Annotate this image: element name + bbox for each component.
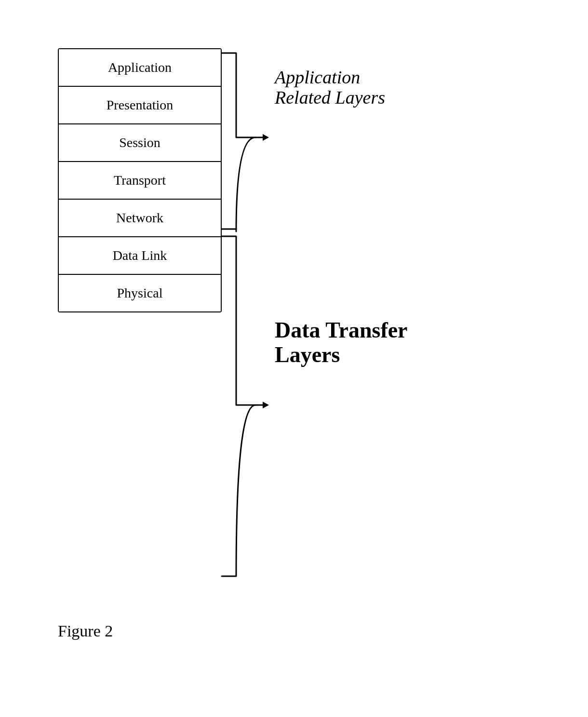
osi-stack: Application Presentation Session Transpo… bbox=[58, 48, 222, 312]
brackets-svg bbox=[217, 48, 275, 583]
figure-caption: Figure 2 bbox=[58, 622, 113, 640]
layer-transport: Transport bbox=[59, 162, 221, 200]
layer-application: Application bbox=[59, 49, 221, 87]
layer-presentation: Presentation bbox=[59, 87, 221, 124]
data-transfer-label: Data Transfer Layers bbox=[275, 318, 482, 367]
app-label-line1: Application bbox=[275, 68, 458, 88]
layer-session: Session bbox=[59, 124, 221, 162]
data-label-line2: Layers bbox=[275, 343, 482, 367]
diagram-container: Application Presentation Session Transpo… bbox=[29, 29, 559, 680]
app-label-line2: Related Layers bbox=[275, 88, 458, 108]
layer-physical: Physical bbox=[59, 275, 221, 311]
data-label-line1: Data Transfer bbox=[275, 318, 482, 343]
layer-datalink: Data Link bbox=[59, 237, 221, 275]
app-related-label: Application Related Layers bbox=[275, 68, 458, 108]
layer-network: Network bbox=[59, 200, 221, 237]
